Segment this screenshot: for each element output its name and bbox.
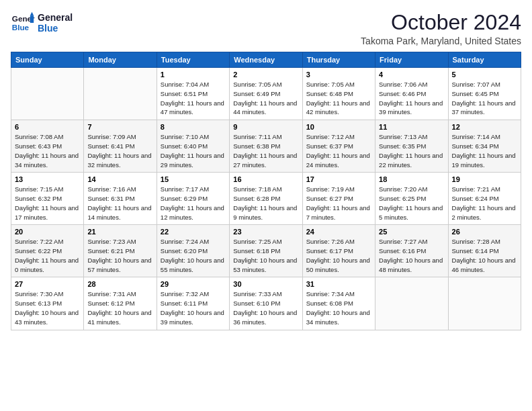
day-info: Sunrise: 7:20 AM Sunset: 6:25 PM Dayligh…	[379, 185, 444, 222]
table-row: 6Sunrise: 7:08 AM Sunset: 6:43 PM Daylig…	[11, 120, 84, 173]
day-number: 26	[452, 228, 517, 236]
location-subtitle: Takoma Park, Maryland, United States	[361, 36, 521, 46]
day-number: 13	[15, 175, 80, 183]
table-row: 22Sunrise: 7:24 AM Sunset: 6:20 PM Dayli…	[157, 225, 229, 277]
table-row: 29Sunrise: 7:32 AM Sunset: 6:11 PM Dayli…	[157, 277, 229, 330]
table-row: 4Sunrise: 7:06 AM Sunset: 6:46 PM Daylig…	[375, 68, 448, 120]
weekday-header-saturday: Saturday	[448, 52, 521, 68]
weekday-header-thursday: Thursday	[302, 52, 375, 68]
day-number: 7	[87, 123, 152, 131]
table-row: 17Sunrise: 7:19 AM Sunset: 6:27 PM Dayli…	[302, 173, 375, 225]
day-number: 27	[15, 280, 80, 288]
table-row: 18Sunrise: 7:20 AM Sunset: 6:25 PM Dayli…	[375, 173, 448, 225]
table-row: 3Sunrise: 7:05 AM Sunset: 6:48 PM Daylig…	[302, 68, 375, 120]
day-number: 14	[87, 175, 152, 183]
day-info: Sunrise: 7:16 AM Sunset: 6:31 PM Dayligh…	[87, 185, 152, 222]
weekday-header-sunday: Sunday	[11, 52, 84, 68]
table-row: 27Sunrise: 7:30 AM Sunset: 6:13 PM Dayli…	[11, 277, 84, 330]
day-number: 9	[233, 123, 298, 131]
table-row: 24Sunrise: 7:26 AM Sunset: 6:17 PM Dayli…	[302, 225, 375, 277]
day-number: 17	[306, 175, 371, 183]
day-number: 23	[233, 228, 298, 236]
day-info: Sunrise: 7:33 AM Sunset: 6:10 PM Dayligh…	[233, 289, 298, 326]
day-info: Sunrise: 7:19 AM Sunset: 6:27 PM Dayligh…	[306, 185, 371, 222]
table-row	[375, 277, 448, 330]
calendar-table: SundayMondayTuesdayWednesdayThursdayFrid…	[11, 52, 521, 330]
table-row: 23Sunrise: 7:25 AM Sunset: 6:18 PM Dayli…	[230, 225, 302, 277]
day-number: 5	[452, 71, 517, 79]
day-number: 10	[306, 123, 371, 131]
table-row: 8Sunrise: 7:10 AM Sunset: 6:40 PM Daylig…	[157, 120, 229, 173]
weekday-header-tuesday: Tuesday	[157, 52, 229, 68]
day-number: 20	[15, 228, 80, 236]
day-info: Sunrise: 7:26 AM Sunset: 6:17 PM Dayligh…	[306, 237, 371, 274]
table-row: 14Sunrise: 7:16 AM Sunset: 6:31 PM Dayli…	[84, 173, 157, 225]
table-row: 21Sunrise: 7:23 AM Sunset: 6:21 PM Dayli…	[84, 225, 157, 277]
day-number: 25	[379, 228, 444, 236]
day-info: Sunrise: 7:06 AM Sunset: 6:46 PM Dayligh…	[379, 80, 444, 117]
day-info: Sunrise: 7:12 AM Sunset: 6:37 PM Dayligh…	[306, 132, 371, 169]
table-row	[448, 277, 521, 330]
day-number: 4	[379, 71, 444, 79]
table-row: 28Sunrise: 7:31 AM Sunset: 6:12 PM Dayli…	[84, 277, 157, 330]
table-row: 11Sunrise: 7:13 AM Sunset: 6:35 PM Dayli…	[375, 120, 448, 173]
day-info: Sunrise: 7:31 AM Sunset: 6:12 PM Dayligh…	[87, 289, 152, 326]
table-row: 25Sunrise: 7:27 AM Sunset: 6:16 PM Dayli…	[375, 225, 448, 277]
day-info: Sunrise: 7:04 AM Sunset: 6:51 PM Dayligh…	[161, 80, 226, 117]
day-info: Sunrise: 7:10 AM Sunset: 6:40 PM Dayligh…	[161, 132, 226, 169]
table-row: 2Sunrise: 7:05 AM Sunset: 6:49 PM Daylig…	[230, 68, 302, 120]
day-number: 22	[161, 228, 226, 236]
day-number: 30	[233, 280, 298, 288]
table-row: 31Sunrise: 7:34 AM Sunset: 6:08 PM Dayli…	[302, 277, 375, 330]
table-row: 13Sunrise: 7:15 AM Sunset: 6:32 PM Dayli…	[11, 173, 84, 225]
day-number: 1	[161, 71, 226, 79]
day-info: Sunrise: 7:27 AM Sunset: 6:16 PM Dayligh…	[379, 237, 444, 274]
day-info: Sunrise: 7:14 AM Sunset: 6:34 PM Dayligh…	[452, 132, 517, 169]
table-row: 19Sunrise: 7:21 AM Sunset: 6:24 PM Dayli…	[448, 173, 521, 225]
day-info: Sunrise: 7:09 AM Sunset: 6:41 PM Dayligh…	[87, 132, 152, 169]
day-number: 12	[452, 123, 517, 131]
day-info: Sunrise: 7:13 AM Sunset: 6:35 PM Dayligh…	[379, 132, 444, 169]
table-row: 16Sunrise: 7:18 AM Sunset: 6:28 PM Dayli…	[230, 173, 302, 225]
day-number: 16	[233, 175, 298, 183]
day-info: Sunrise: 7:24 AM Sunset: 6:20 PM Dayligh…	[161, 237, 226, 274]
day-number: 11	[379, 123, 444, 131]
table-row: 15Sunrise: 7:17 AM Sunset: 6:29 PM Dayli…	[157, 173, 229, 225]
day-number: 28	[87, 280, 152, 288]
day-info: Sunrise: 7:08 AM Sunset: 6:43 PM Dayligh…	[15, 132, 80, 169]
day-number: 2	[233, 71, 298, 79]
title-block: October 2024 Takoma Park, Maryland, Unit…	[361, 11, 521, 46]
table-row: 26Sunrise: 7:28 AM Sunset: 6:14 PM Dayli…	[448, 225, 521, 277]
table-row: 12Sunrise: 7:14 AM Sunset: 6:34 PM Dayli…	[448, 120, 521, 173]
logo-general: General	[38, 12, 73, 23]
logo-icon: General Blue	[11, 11, 35, 35]
day-info: Sunrise: 7:18 AM Sunset: 6:28 PM Dayligh…	[233, 185, 298, 222]
table-row	[11, 68, 84, 120]
day-info: Sunrise: 7:32 AM Sunset: 6:11 PM Dayligh…	[161, 289, 226, 326]
table-row: 7Sunrise: 7:09 AM Sunset: 6:41 PM Daylig…	[84, 120, 157, 173]
day-info: Sunrise: 7:28 AM Sunset: 6:14 PM Dayligh…	[452, 237, 517, 274]
day-info: Sunrise: 7:25 AM Sunset: 6:18 PM Dayligh…	[233, 237, 298, 274]
day-info: Sunrise: 7:11 AM Sunset: 6:38 PM Dayligh…	[233, 132, 298, 169]
day-number: 3	[306, 71, 371, 79]
month-title: October 2024	[361, 11, 521, 34]
day-number: 24	[306, 228, 371, 236]
svg-marker-2	[30, 15, 34, 23]
day-number: 18	[379, 175, 444, 183]
day-number: 31	[306, 280, 371, 288]
table-row: 9Sunrise: 7:11 AM Sunset: 6:38 PM Daylig…	[230, 120, 302, 173]
day-info: Sunrise: 7:05 AM Sunset: 6:49 PM Dayligh…	[233, 80, 298, 117]
day-info: Sunrise: 7:07 AM Sunset: 6:45 PM Dayligh…	[452, 80, 517, 117]
day-info: Sunrise: 7:22 AM Sunset: 6:22 PM Dayligh…	[15, 237, 80, 274]
weekday-header-friday: Friday	[375, 52, 448, 68]
table-row: 5Sunrise: 7:07 AM Sunset: 6:45 PM Daylig…	[448, 68, 521, 120]
table-row: 10Sunrise: 7:12 AM Sunset: 6:37 PM Dayli…	[302, 120, 375, 173]
day-number: 8	[161, 123, 226, 131]
day-number: 15	[161, 175, 226, 183]
logo: General Blue General Blue	[11, 11, 73, 35]
day-number: 21	[87, 228, 152, 236]
day-number: 29	[161, 280, 226, 288]
day-number: 19	[452, 175, 517, 183]
day-info: Sunrise: 7:05 AM Sunset: 6:48 PM Dayligh…	[306, 80, 371, 117]
day-info: Sunrise: 7:15 AM Sunset: 6:32 PM Dayligh…	[15, 185, 80, 222]
